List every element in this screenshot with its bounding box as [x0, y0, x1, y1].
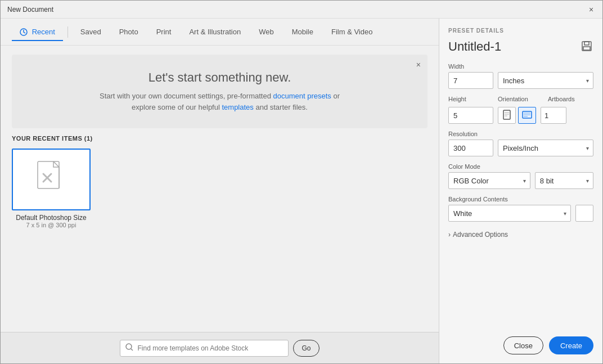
tab-photo[interactable]: Photo: [111, 23, 146, 41]
tab-recent[interactable]: Recent: [12, 23, 63, 41]
svg-line-5: [131, 349, 133, 350]
dialog-close-button[interactable]: ×: [587, 5, 596, 14]
go-button[interactable]: Go: [293, 340, 319, 357]
bg-color-swatch[interactable]: [575, 205, 593, 222]
tab-web[interactable]: Web: [251, 23, 282, 41]
tab-mobile[interactable]: Mobile: [284, 23, 321, 41]
bit-depth-select[interactable]: 8 bit 16 bit 32 bit: [535, 172, 593, 189]
width-label: Width: [448, 63, 593, 70]
width-unit-select[interactable]: Inches Pixels Centimeters Millimeters: [498, 72, 593, 89]
list-item[interactable]: Default Photoshop Size 7 x 5 in @ 300 pp…: [12, 149, 91, 228]
svg-rect-1: [38, 161, 59, 188]
content-area: × Let's start something new. Start with …: [1, 46, 439, 332]
create-button[interactable]: Create: [549, 336, 593, 354]
recent-section-title: YOUR RECENT ITEMS (1): [12, 135, 428, 142]
tab-saved[interactable]: Saved: [73, 23, 109, 41]
search-input[interactable]: [120, 340, 289, 357]
main-layout: Recent Saved Photo Print Art & Illustrat…: [1, 19, 602, 363]
color-mode-label: Color Mode: [448, 163, 593, 170]
artboards-input[interactable]: [541, 107, 566, 124]
chevron-right-icon: ›: [448, 231, 451, 239]
resolution-unit-select[interactable]: Pixels/Inch Pixels/Centimeter: [498, 140, 593, 156]
bg-contents-label: Background Contents: [448, 196, 593, 203]
height-label: Height: [448, 96, 493, 102]
recent-item-thumbnail: [12, 149, 91, 210]
welcome-title: Let's start something new.: [23, 70, 416, 85]
search-wrapper: [120, 340, 289, 357]
landscape-button[interactable]: [518, 107, 536, 124]
file-icon: [35, 160, 67, 199]
welcome-text-1: Start with your own document settings, p…: [100, 92, 273, 100]
resolution-label: Resolution: [448, 131, 593, 137]
title-bar: New Document ×: [1, 1, 602, 19]
spacer: [448, 239, 593, 330]
preset-name-row: Untitled-1: [448, 39, 593, 54]
width-field-group: Width Inches Pixels Centimeters Millimet…: [448, 63, 593, 89]
bg-contents-select[interactable]: White Black Background Color Transparent…: [448, 205, 571, 222]
recent-grid: Default Photoshop Size 7 x 5 in @ 300 pp…: [12, 149, 428, 228]
search-icon: [125, 343, 133, 353]
recent-item-name: Default Photoshop Size: [16, 214, 86, 222]
right-panel: PRESET DETAILS Untitled-1 Width: [439, 19, 602, 363]
portrait-button[interactable]: [498, 107, 516, 124]
color-mode-select[interactable]: RGB Color CMYK Color Lab Color Grayscale…: [448, 172, 530, 189]
resolution-unit-wrap: Pixels/Inch Pixels/Centimeter ▾: [498, 140, 593, 156]
orientation-buttons: [498, 107, 536, 124]
preset-details-label: PRESET DETAILS: [448, 28, 593, 34]
preset-name: Untitled-1: [448, 39, 501, 54]
advanced-options-label: Advanced Options: [453, 231, 508, 239]
svg-rect-8: [583, 47, 590, 50]
color-mode-field-group: Color Mode RGB Color CMYK Color Lab Colo…: [448, 163, 593, 189]
bg-contents-row: White Black Background Color Transparent…: [448, 205, 593, 222]
recent-item-meta: 7 x 5 in @ 300 ppi: [26, 222, 76, 228]
color-mode-row: RGB Color CMYK Color Lab Color Grayscale…: [448, 172, 593, 189]
svg-rect-7: [584, 42, 589, 45]
clock-icon: [20, 28, 28, 36]
save-preset-icon[interactable]: [581, 41, 593, 53]
close-button[interactable]: Close: [503, 336, 543, 354]
artboards-label: Artboards: [548, 96, 593, 102]
tab-film[interactable]: Film & Video: [323, 23, 380, 41]
height-orientation-group: Height Orientation Artboards: [448, 96, 593, 124]
tab-print[interactable]: Print: [148, 23, 179, 41]
welcome-banner: × Let's start something new. Start with …: [12, 55, 428, 128]
svg-point-4: [126, 344, 132, 349]
tab-art[interactable]: Art & Illustration: [181, 23, 249, 41]
document-presets-link[interactable]: document presets: [273, 92, 331, 100]
bit-depth-select-wrap: 8 bit 16 bit 32 bit ▾: [535, 172, 593, 189]
dialog-title: New Document: [7, 6, 53, 14]
advanced-options-toggle[interactable]: › Advanced Options: [448, 231, 593, 239]
color-mode-select-wrap: RGB Color CMYK Color Lab Color Grayscale…: [448, 172, 530, 189]
portrait-icon: [503, 110, 511, 122]
recent-section: YOUR RECENT ITEMS (1): [1, 135, 439, 332]
width-unit-wrap: Inches Pixels Centimeters Millimeters ▾: [498, 72, 593, 89]
landscape-icon: [522, 111, 532, 120]
welcome-description: Start with your own document settings, p…: [23, 91, 416, 113]
templates-link[interactable]: templates: [222, 103, 253, 111]
height-input[interactable]: [448, 107, 493, 124]
tab-separator: [68, 26, 68, 38]
resolution-row: Pixels/Inch Pixels/Centimeter ▾: [448, 140, 593, 156]
svg-rect-9: [503, 110, 510, 119]
search-bar: Go: [1, 332, 439, 363]
welcome-text-3: and starter files.: [254, 103, 308, 111]
width-input[interactable]: [448, 72, 493, 89]
new-document-dialog: New Document × Recent Saved: [0, 0, 603, 364]
bg-contents-select-wrap: White Black Background Color Transparent…: [448, 205, 571, 222]
resolution-field-group: Resolution Pixels/Inch Pixels/Centimeter…: [448, 131, 593, 156]
tabs-bar: Recent Saved Photo Print Art & Illustrat…: [1, 19, 439, 46]
width-row: Inches Pixels Centimeters Millimeters ▾: [448, 72, 593, 89]
resolution-input[interactable]: [448, 140, 493, 156]
left-panel: Recent Saved Photo Print Art & Illustrat…: [1, 19, 439, 363]
bg-contents-field-group: Background Contents White Black Backgrou…: [448, 196, 593, 222]
orientation-label: Orientation: [498, 96, 543, 102]
bottom-buttons: Close Create: [448, 330, 593, 354]
welcome-close-button[interactable]: ×: [416, 60, 421, 69]
